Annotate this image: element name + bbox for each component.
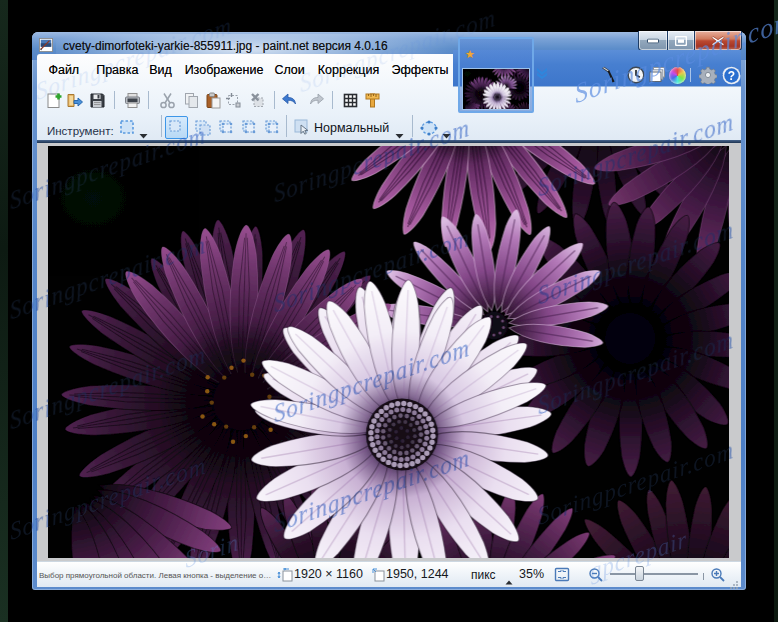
svg-text:?: ?: [728, 69, 735, 83]
